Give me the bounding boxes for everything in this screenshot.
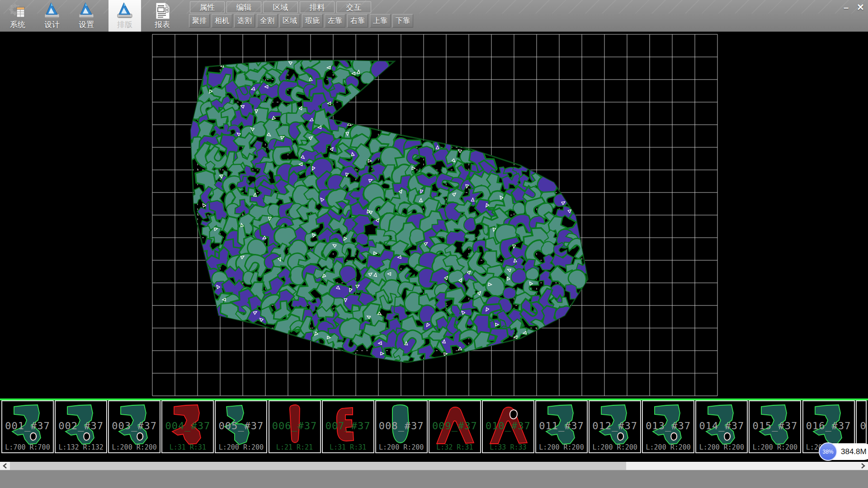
- piece-count-label: L:31 R:31: [323, 443, 373, 451]
- piece-thumbnail-12[interactable]: 012_#37 L:200 R:200: [589, 400, 641, 453]
- piece-thumbnail-11[interactable]: 011_#37 L:200 R:200: [535, 400, 588, 453]
- chevron-right-icon[interactable]: [858, 462, 868, 470]
- main-button-label: 报表: [155, 20, 170, 29]
- piece-thumbnail-2[interactable]: 002_#37 L:132 R:132: [55, 400, 107, 453]
- piece-thumbnail-strip: 001_#37 L:700 R:700 002_#37 L:132 R:132 …: [0, 400, 868, 462]
- piece-id-label: 004_#37: [162, 420, 213, 432]
- piece-count-label: L:700 R:700: [2, 443, 53, 451]
- piece-id-label: 003_#37: [109, 420, 160, 432]
- piece-count-label: L:132 R:132: [56, 443, 106, 451]
- piece-id-label: 008_#37: [376, 420, 427, 432]
- piece-thumbnail-6[interactable]: 006_#37 L:21 R:21: [269, 400, 321, 453]
- tool-button-5[interactable]: 区域: [279, 14, 300, 28]
- tool-button-9[interactable]: 上靠: [370, 14, 391, 28]
- main-button-2[interactable]: 设计: [37, 0, 67, 32]
- piece-thumbnail-5[interactable]: 005_#37 L:200 R:200: [215, 400, 267, 453]
- piece-id-label: 013_#37: [643, 420, 693, 432]
- main-button-label: 系统: [10, 20, 25, 29]
- minimize-button[interactable]: –: [840, 1, 853, 13]
- piece-count-label: L:21 R:21: [269, 443, 320, 451]
- piece-id-label: 007_#37: [323, 420, 373, 432]
- tool-button-2[interactable]: 相机: [212, 14, 232, 28]
- menu-tab-3[interactable]: 区域: [263, 1, 298, 13]
- piece-count-label: L:200 R:200: [696, 443, 747, 451]
- piece-id-label: 011_#37: [536, 420, 587, 432]
- report-doc-icon: [152, 1, 172, 20]
- piece-id-label: 005_#37: [216, 420, 266, 432]
- piece-thumbnail-14[interactable]: 014_#37 L:200 R:200: [695, 400, 748, 453]
- memory-status-badge[interactable]: 38% 384.8M: [819, 443, 868, 460]
- bottom-status-bar: [0, 470, 868, 488]
- piece-count-label: L:200 R:200: [536, 443, 587, 451]
- main-button-label: 设置: [79, 20, 94, 29]
- tool-button-10[interactable]: 下靠: [392, 14, 413, 28]
- piece-count-label: L:200 R:200: [643, 443, 693, 451]
- piece-thumbnail-8[interactable]: 008_#37 L:200 R:200: [375, 400, 428, 453]
- piece-thumbnail-3[interactable]: 003_#37 L:200 R:200: [108, 400, 160, 453]
- set-square-icon: [76, 1, 96, 20]
- piece-thumbnail-9[interactable]: 009_#37 L:32 R:31: [429, 400, 481, 453]
- main-button-3[interactable]: 设置: [71, 0, 101, 32]
- piece-thumbnail-7[interactable]: 007_#37 L:31 R:31: [322, 400, 374, 453]
- piece-id-label: 001_#37: [2, 420, 53, 432]
- main-button-label: 排版: [117, 20, 132, 29]
- percent-indicator: 38%: [819, 442, 837, 461]
- nesting-canvas[interactable]: [0, 32, 868, 399]
- piece-id-label: 012_#37: [590, 420, 640, 432]
- piece-count-label: L:33 R:33: [483, 443, 533, 451]
- piece-thumbnail-15[interactable]: 015_#37 L:200 R:200: [749, 400, 801, 453]
- menu-tab-5[interactable]: 交互: [336, 1, 371, 13]
- piece-thumbnail-1[interactable]: 001_#37 L:700 R:700: [1, 400, 54, 453]
- menu-tab-4[interactable]: 排料: [300, 1, 335, 13]
- horizontal-scrollbar[interactable]: [0, 462, 868, 470]
- piece-count-label: L:200 R:200: [216, 443, 266, 451]
- piece-id-label: 009_#37: [429, 420, 480, 432]
- set-square-icon: [115, 1, 135, 20]
- piece-id-label: 014_#37: [696, 420, 747, 432]
- piece-thumbnail-10[interactable]: 010_#37 L:33 R:33: [482, 400, 534, 453]
- main-button-4[interactable]: 排版: [108, 0, 141, 32]
- piece-id-label: 015_#37: [750, 420, 800, 432]
- set-square-icon: [42, 1, 62, 20]
- main-button-label: 设计: [44, 20, 60, 29]
- piece-count-label: L:200 R:200: [109, 443, 160, 451]
- memory-value: 384.8M: [841, 447, 867, 456]
- close-button[interactable]: ✕: [854, 1, 867, 13]
- piece-count-label: L:32 R:31: [429, 443, 480, 451]
- piece-count-label: L:200 R:200: [750, 443, 800, 451]
- top-toolbar: 系统 设计 设置 排版 报表 属性编辑区域排料交互 聚排相机选割: [0, 0, 868, 32]
- menu-tab-1[interactable]: 属性: [190, 1, 225, 13]
- piece-count-label: L:200 R:200: [376, 443, 427, 451]
- menu-tab-row: 属性编辑区域排料交互: [190, 1, 371, 13]
- piece-id-label: 002_#37: [56, 420, 106, 432]
- tool-button-7[interactable]: 左靠: [325, 14, 345, 28]
- piece-id-label: 016_#37: [803, 420, 854, 432]
- chevron-left-icon[interactable]: [0, 462, 10, 470]
- tool-button-1[interactable]: 聚排: [189, 14, 210, 28]
- piece-count-label: L:200 R:200: [590, 443, 640, 451]
- tool-button-row: 聚排相机选割全割区域瑕疵左靠右靠上靠下靠: [189, 14, 413, 28]
- piece-thumbnail-13[interactable]: 013_#37 L:200 R:200: [642, 400, 694, 453]
- piece-id-label: 006_#37: [269, 420, 320, 432]
- tool-button-6[interactable]: 瑕疵: [302, 14, 323, 28]
- system-gear-icon: [8, 1, 28, 20]
- piece-count-label: L:31 R:31: [162, 443, 213, 451]
- tool-button-8[interactable]: 右靠: [347, 14, 368, 28]
- tool-button-3[interactable]: 选割: [234, 14, 255, 28]
- piece-id-label: 0: [857, 420, 866, 432]
- piece-thumbnail-4[interactable]: 004_#37 L:31 R:31: [161, 400, 214, 453]
- main-button-1[interactable]: 系统: [3, 0, 33, 32]
- main-button-5[interactable]: 报表: [147, 0, 177, 32]
- nest-layout-svg: [0, 32, 868, 399]
- piece-id-label: 010_#37: [483, 420, 533, 432]
- tool-button-4[interactable]: 全割: [257, 14, 278, 28]
- scrollbar-thumb[interactable]: [10, 462, 626, 470]
- menu-tab-2[interactable]: 编辑: [226, 1, 261, 13]
